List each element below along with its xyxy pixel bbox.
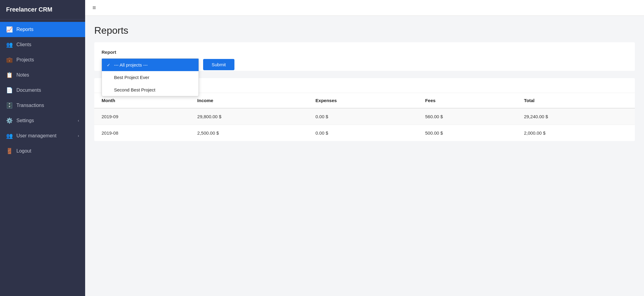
report-table: Month Income Expenses Fees Total 2019-09… <box>94 93 635 141</box>
dropdown-option-best-label: Best Project Ever <box>114 75 149 80</box>
sidebar-item-notes[interactable]: 📋 Notes <box>0 67 85 83</box>
sidebar-item-label-reports: Reports <box>16 27 33 32</box>
sidebar-nav: 📈 Reports 👥 Clients 💼 Projects 📋 Notes 📄… <box>0 19 85 296</box>
main-content: ≡ Reports Report ▼ ✓ --- All projects --… <box>85 0 644 296</box>
table-body: 2019-09 29,800.00 $ 0.00 $ 560.00 $ 29,2… <box>94 108 635 141</box>
cell-income: 29,800.00 $ <box>190 108 308 125</box>
dropdown-option-all-label: --- All projects --- <box>114 62 148 67</box>
sidebar: Freelancer CRM 📈 Reports 👥 Clients 💼 Pro… <box>0 0 85 296</box>
project-dropdown[interactable]: ✓ --- All projects --- Best Project Ever… <box>102 58 199 96</box>
col-fees: Fees <box>418 93 517 108</box>
sidebar-item-label-transactions: Transactions <box>16 103 44 108</box>
sidebar-item-documents[interactable]: 📄 Documents <box>0 83 85 98</box>
cell-expenses: 0.00 $ <box>308 108 418 125</box>
col-total: Total <box>517 93 635 108</box>
app-name: Freelancer CRM <box>6 6 52 13</box>
logout-icon: 🚪 <box>6 148 13 154</box>
sidebar-item-transactions[interactable]: 🗄️ Transactions <box>0 98 85 113</box>
sidebar-item-label-notes: Notes <box>16 72 29 78</box>
cell-fees: 500.00 $ <box>418 125 517 141</box>
app-logo: Freelancer CRM <box>0 0 85 19</box>
hamburger-icon[interactable]: ≡ <box>92 4 96 11</box>
arrow-icon-user-management: ‹ <box>78 134 79 138</box>
cell-expenses: 0.00 $ <box>308 125 418 141</box>
user-management-icon: 👥 <box>6 133 13 139</box>
cell-month: 2019-09 <box>94 108 190 125</box>
dropdown-option-second-label: Second Best Project <box>114 87 155 92</box>
sidebar-item-logout[interactable]: 🚪 Logout <box>0 143 85 159</box>
sidebar-item-projects[interactable]: 💼 Projects <box>0 52 85 67</box>
reports-icon: 📈 <box>6 26 13 33</box>
table-row: 2019-08 2,500.00 $ 0.00 $ 500.00 $ 2,000… <box>94 125 635 141</box>
sidebar-item-label-settings: Settings <box>16 118 34 123</box>
sidebar-item-settings[interactable]: ⚙️ Settings ‹ <box>0 113 85 128</box>
settings-icon: ⚙️ <box>6 117 13 124</box>
sidebar-item-user-management[interactable]: 👥 User management ‹ <box>0 128 85 143</box>
sidebar-item-label-projects: Projects <box>16 57 34 63</box>
cell-month: 2019-08 <box>94 125 190 141</box>
dropdown-option-best[interactable]: Best Project Ever <box>102 71 199 84</box>
sidebar-item-reports[interactable]: 📈 Reports <box>0 22 85 37</box>
cell-total: 2,000.00 $ <box>517 125 635 141</box>
report-controls: ▼ ✓ --- All projects --- Best Project Ev… <box>102 58 628 71</box>
sidebar-item-label-documents: Documents <box>16 88 41 93</box>
checkmark-icon: ✓ <box>107 63 112 67</box>
clients-icon: 👥 <box>6 41 13 48</box>
page-content: Reports Report ▼ ✓ --- All projects --- <box>85 16 644 296</box>
sidebar-item-label-logout: Logout <box>16 148 31 154</box>
projects-icon: 💼 <box>6 57 13 63</box>
dropdown-option-all[interactable]: ✓ --- All projects --- <box>102 59 199 71</box>
col-income: Income <box>190 93 308 108</box>
transactions-icon: 🗄️ <box>6 102 13 109</box>
cell-income: 2,500.00 $ <box>190 125 308 141</box>
sidebar-item-label-user-management: User management <box>16 133 57 139</box>
project-select-wrapper[interactable]: ▼ ✓ --- All projects --- Best Project Ev… <box>102 58 199 71</box>
report-section: Report ▼ ✓ --- All projects --- B <box>94 42 635 71</box>
report-label: Report <box>102 50 628 55</box>
arrow-icon-settings: ‹ <box>78 119 79 123</box>
table-row: 2019-09 29,800.00 $ 0.00 $ 560.00 $ 29,2… <box>94 108 635 125</box>
col-expenses: Expenses <box>308 93 418 108</box>
page-title: Reports <box>94 25 635 36</box>
dropdown-option-second[interactable]: Second Best Project <box>102 84 199 96</box>
documents-icon: 📄 <box>6 87 13 94</box>
topbar: ≡ <box>85 0 644 16</box>
submit-button[interactable]: Submit <box>203 59 234 70</box>
cell-fees: 560.00 $ <box>418 108 517 125</box>
cell-total: 29,240.00 $ <box>517 108 635 125</box>
notes-icon: 📋 <box>6 72 13 78</box>
sidebar-item-clients[interactable]: 👥 Clients <box>0 37 85 52</box>
sidebar-item-label-clients: Clients <box>16 42 31 47</box>
